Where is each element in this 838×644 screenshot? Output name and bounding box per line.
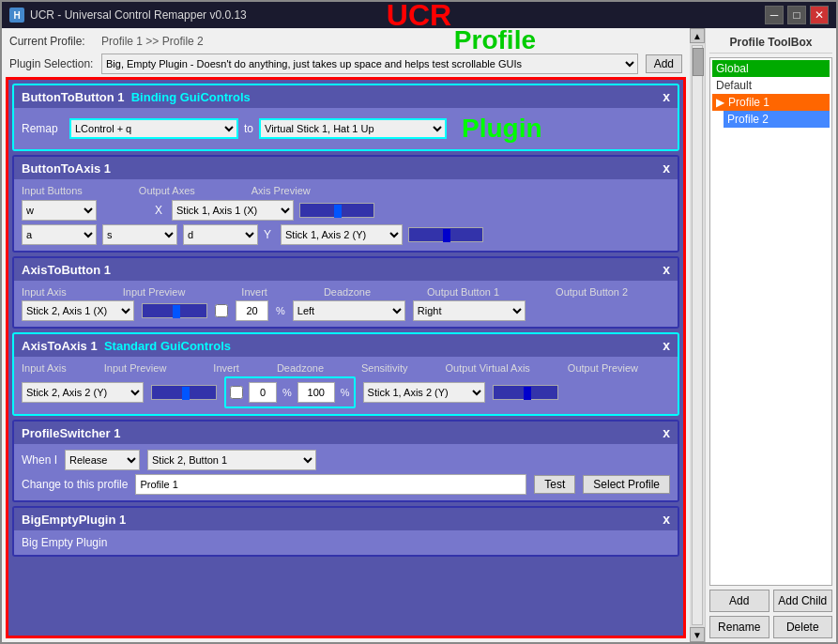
sidebar-rename-button[interactable]: Rename — [709, 616, 769, 638]
atb-content: Input Axis Input Preview Invert Deadzone… — [14, 281, 678, 327]
ps-content: When I Release Stick 2, Button 1 Change … — [14, 444, 678, 500]
sidebar-delete-button[interactable]: Delete — [773, 616, 833, 638]
button-to-button-block: ButtonToButton 1 Binding GuiControls x R… — [12, 84, 679, 151]
btn-to-btn-header: ButtonToButton 1 Binding GuiControls x — [14, 85, 678, 108]
atb-output-btn2-label: Output Button 2 — [556, 286, 628, 298]
ata-output-axis-label: Output Virtual Axis — [446, 362, 530, 374]
main-panel: Current Profile: Profile 1 >> Profile 2 … — [2, 28, 690, 642]
default-label: Default — [716, 79, 752, 92]
sidebar-item-default[interactable]: Default — [712, 77, 830, 94]
atb-output-btn1-label: Output Button 1 — [427, 286, 499, 298]
to-label: to — [244, 122, 253, 135]
ata-deadzone-label: Deadzone — [277, 362, 324, 374]
axis-to-button-block: AxisToButton 1 x Input Axis Input Previe… — [12, 256, 679, 329]
current-profile-label: Current Profile: — [9, 35, 94, 48]
atb-invert-checkbox[interactable] — [215, 304, 228, 317]
btn-to-axis-w-select[interactable]: w — [22, 200, 97, 221]
btn-to-btn-title: ButtonToButton 1 Binding GuiControls — [22, 90, 251, 104]
ps-title: ProfileSwitcher 1 — [22, 426, 120, 440]
button-to-axis-block: ButtonToAxis 1 x Input Buttons Output Ax… — [12, 155, 679, 253]
ata-input-axis-label: Input Axis — [22, 362, 67, 374]
add-plugin-button[interactable]: Add — [646, 54, 682, 73]
atb-input-axis-select[interactable]: Stick 2, Axis 1 (X) — [22, 300, 134, 321]
main-window: H UCR - Universal Control Remapper v0.0.… — [0, 0, 838, 644]
title-bar: H UCR - Universal Control Remapper v0.0.… — [2, 2, 836, 28]
ata-input-preview — [151, 385, 217, 400]
sidebar-item-profile2[interactable]: Profile 2 — [724, 111, 830, 128]
btn-to-btn-subtitle: Binding GuiControls — [131, 90, 251, 104]
btn-to-axis-content: Input Buttons Output Axes Axis Preview w — [14, 179, 678, 251]
btn-to-axis-y-select[interactable]: Stick 1, Axis 2 (Y) — [281, 224, 403, 245]
ata-close[interactable]: x — [663, 338, 670, 353]
ata-sensitivity-pct: % — [341, 387, 350, 398]
ps-button-select[interactable]: Stick 2, Button 1 — [147, 450, 316, 470]
sidebar-item-global[interactable]: Global — [712, 60, 830, 77]
ata-output-thumb — [524, 387, 531, 400]
btn-to-axis-close[interactable]: x — [663, 161, 670, 176]
plugin-label-big: Plugin — [462, 114, 542, 144]
atb-output-btn1-select[interactable]: Left — [293, 300, 405, 321]
ucr-logo: UCR — [387, 0, 451, 33]
scroll-down-arrow[interactable]: ▼ — [690, 627, 705, 642]
x-axis-label: X — [155, 204, 166, 217]
btn-to-btn-row: Remap LControl + q to Virtual Stick 1, H… — [22, 114, 670, 144]
remap-label: Remap — [22, 122, 64, 135]
sidebar-buttons: Add Add Child Rename Delete — [709, 590, 832, 638]
big-empty-content: Big Empty Plugin — [14, 530, 678, 555]
axis-y-preview — [408, 227, 483, 242]
ps-when-label: When I — [22, 453, 57, 467]
profile-label-big: Profile — [454, 28, 536, 55]
maximize-button[interactable]: □ — [787, 6, 806, 24]
ata-output-preview-label: Output Preview — [568, 362, 638, 374]
axis-preview-label: Axis Preview — [251, 185, 311, 196]
scroll-up-arrow[interactable]: ▲ — [690, 28, 705, 43]
ps-profile-input[interactable] — [135, 474, 526, 495]
sidebar-add-button[interactable]: Add — [709, 590, 769, 612]
btn-to-axis-s-select[interactable]: s — [102, 224, 177, 245]
ps-header: ProfileSwitcher 1 x — [14, 422, 678, 444]
btn-to-btn-close[interactable]: x — [663, 89, 670, 104]
minimize-button[interactable]: ─ — [765, 6, 784, 24]
btn-to-btn-content: Remap LControl + q to Virtual Stick 1, H… — [14, 108, 678, 149]
btn-to-btn-input-select[interactable]: LControl + q — [69, 118, 238, 139]
ata-input-axis-select[interactable]: Stick 2, Axis 2 (Y) — [22, 382, 144, 403]
ata-sensitivity-input[interactable] — [297, 382, 335, 403]
ps-select-profile-button[interactable]: Select Profile — [583, 475, 670, 494]
ata-output-axis-select[interactable]: Stick 1, Axis 2 (Y) — [363, 382, 485, 403]
ata-content: Input Axis Input Preview Invert Deadzone… — [14, 357, 678, 414]
profile-switcher-block: ProfileSwitcher 1 x When I Release Stick… — [12, 420, 679, 502]
sidebar-item-profile1[interactable]: ▶ Profile 1 — [712, 94, 830, 111]
atb-values-row: Stick 2, Axis 1 (X) % Left — [22, 300, 670, 321]
btn-to-axis-x-select[interactable]: Stick 1, Axis 1 (X) — [172, 200, 294, 221]
current-profile-row: Current Profile: Profile 1 >> Profile 2 — [6, 32, 686, 51]
sidebar: Profile ToolBox Global Default ▶ Profile… — [705, 28, 836, 642]
plugin-selection-dropdown[interactable]: Big, Empty Plugin - Doesn't do anything,… — [101, 54, 638, 74]
sidebar-add-child-button[interactable]: Add Child — [773, 590, 833, 612]
ata-title: AxisToAxis 1 Standard GuiControls — [22, 339, 231, 353]
atb-title: AxisToButton 1 — [22, 263, 111, 277]
btn-to-axis-a-select[interactable]: a — [22, 224, 97, 245]
profile1-label: Profile 1 — [728, 96, 769, 109]
btn-to-axis-d-select[interactable]: d — [183, 224, 258, 245]
big-empty-close[interactable]: x — [663, 512, 670, 527]
atb-header: AxisToButton 1 x — [14, 258, 678, 281]
scroll-thumb[interactable] — [693, 48, 704, 76]
global-label: Global — [716, 62, 749, 75]
atb-deadzone-input[interactable] — [236, 300, 268, 321]
ata-highlighted-group: % % — [224, 376, 356, 408]
axis-y-thumb — [443, 229, 450, 242]
app-icon: H — [9, 8, 24, 23]
btn-to-btn-output-select[interactable]: Virtual Stick 1, Hat 1 Up — [259, 118, 447, 139]
ata-deadzone-input[interactable] — [249, 382, 277, 403]
window-controls: ─ □ ✕ — [765, 6, 829, 24]
ata-values-row: Stick 2, Axis 2 (Y) % % — [22, 376, 670, 408]
close-button[interactable]: ✕ — [810, 6, 829, 24]
atb-output-btn2-select[interactable]: Right — [413, 300, 526, 321]
ps-change-label: Change to this profile — [22, 478, 128, 491]
ps-test-button[interactable]: Test — [534, 475, 575, 494]
ata-deadzone-pct: % — [282, 387, 292, 398]
ata-invert-checkbox[interactable] — [230, 386, 243, 399]
atb-close[interactable]: x — [663, 262, 670, 277]
ps-release-select[interactable]: Release — [65, 450, 140, 470]
ps-close[interactable]: x — [663, 425, 670, 440]
